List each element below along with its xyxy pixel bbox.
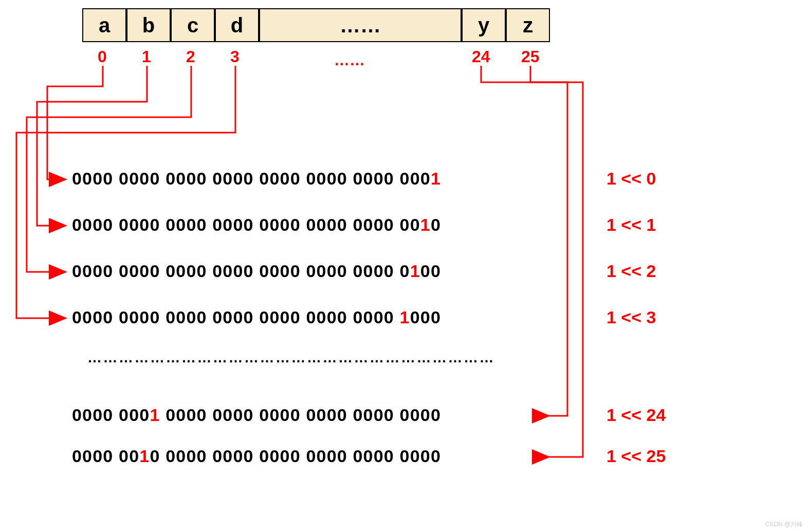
shift-label-3: 1 << 3 (607, 307, 656, 327)
index-label-24: 24 (472, 47, 490, 66)
shift-label-4: 1 << 24 (607, 405, 666, 425)
letter-box-……: …… (259, 8, 462, 42)
letter-box-z: z (506, 8, 550, 42)
bit-row-2: 0000 0000 0000 0000 0000 0000 0000 0100 (72, 261, 441, 281)
letter-box-b: b (126, 8, 171, 42)
letter-box-a: a (82, 8, 126, 42)
watermark: CSDN @川峰 (765, 520, 803, 529)
index-label-2: 2 (186, 47, 195, 66)
index-label-25: 25 (521, 47, 540, 66)
shift-label-5: 1 << 25 (607, 446, 666, 466)
bit-row-4: 0000 0001 0000 0000 0000 0000 0000 0000 (72, 405, 441, 425)
bit-row-5: 0000 0010 0000 0000 0000 0000 0000 0000 (72, 446, 441, 466)
index-label-3: 3 (230, 47, 240, 66)
bit-row-1: 0000 0000 0000 0000 0000 0000 0000 0010 (72, 215, 441, 235)
dots-row: …………………………………………………………………… (87, 350, 495, 366)
shift-label-0: 1 << 0 (607, 169, 656, 189)
index-label-1: 1 (142, 47, 151, 66)
shift-label-1: 1 << 1 (607, 215, 656, 235)
bit-row-0: 0000 0000 0000 0000 0000 0000 0000 0001 (72, 169, 441, 189)
bit-row-3: 0000 0000 0000 0000 0000 0000 0000 1000 (72, 307, 441, 327)
index-ellipsis: …… (334, 51, 365, 69)
index-label-0: 0 (98, 47, 107, 66)
letter-box-y: y (462, 8, 506, 42)
shift-label-2: 1 << 2 (607, 261, 656, 281)
letter-box-c: c (171, 8, 215, 42)
letter-box-d: d (215, 8, 259, 42)
